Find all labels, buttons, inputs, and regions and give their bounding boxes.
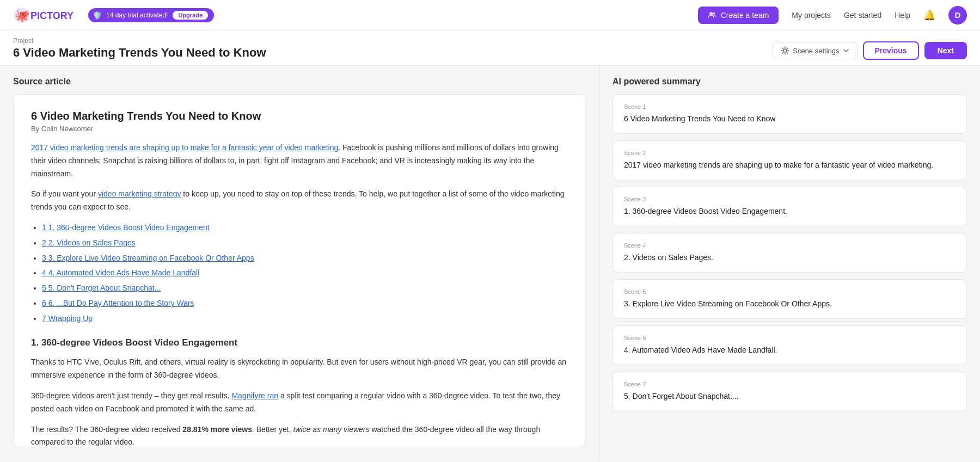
video-strategy-link[interactable]: video marketing strategy	[98, 189, 181, 198]
scene-label-5: Scene 5	[624, 288, 955, 295]
scene-label-4: Scene 4	[624, 242, 955, 249]
article-main-title: 6 Video Marketing Trends You Need to Kno…	[31, 110, 568, 122]
svg-text:🐙: 🐙	[15, 8, 30, 23]
section1-p2-pre: 360-degree videos aren't just trendy – t…	[31, 391, 231, 400]
project-label: Project	[13, 37, 266, 45]
main-content: Source article 6 Video Marketing Trends …	[0, 66, 980, 460]
scene-text-5: 3. Explore Live Video Streaming on Faceb…	[624, 298, 955, 310]
article-card: 6 Video Marketing Trends You Need to Kno…	[13, 94, 586, 447]
toc-item-7[interactable]: 7 Wrapping Up	[42, 314, 93, 323]
scene-card-5[interactable]: Scene 5 3. Explore Live Video Streaming …	[612, 279, 967, 319]
topbar: 🐙 PICTORY 🛡️ 14 day trial activated! Upg…	[0, 0, 980, 30]
article-toc: 1 1. 360-degree Videos Boost Video Engag…	[42, 221, 568, 325]
scene-label-7: Scene 7	[624, 381, 955, 387]
scene-card-6[interactable]: Scene 6 4. Automated Video Ads Have Made…	[612, 325, 967, 365]
left-panel: Source article 6 Video Marketing Trends …	[0, 66, 599, 460]
article-body: 2017 video marketing trends are shaping …	[31, 141, 568, 447]
right-panel: AI powered summary Scene 1 6 Video Marke…	[599, 66, 980, 460]
svg-point-3	[709, 12, 713, 15]
project-title: 6 Video Marketing Trends You Need to Kno…	[13, 46, 266, 60]
magnifyre-link[interactable]: Magnifyre ran	[231, 391, 278, 400]
source-article-title: Source article	[13, 77, 586, 87]
scene-card-7[interactable]: Scene 7 5. Don't Forget About Snapchat..…	[612, 372, 967, 411]
gear-icon	[781, 46, 789, 55]
scene-text-1: 6 Video Marketing Trends You Need to Kno…	[624, 113, 955, 125]
scene-text-2: 2017 video marketing trends are shaping …	[624, 159, 955, 171]
previous-button[interactable]: Previous	[863, 41, 919, 60]
scene-label-3: Scene 3	[624, 196, 955, 202]
section1-p3-mid: . Better yet,	[252, 425, 293, 434]
next-button[interactable]: Next	[924, 42, 967, 59]
pictory-logo[interactable]: 🐙 PICTORY	[13, 5, 84, 25]
scene-label-6: Scene 6	[624, 335, 955, 341]
article-highlight[interactable]: 2017 video marketing trends are shaping …	[31, 143, 340, 152]
section1-heading: 1. 360-degree Videos Boost Video Engagem…	[31, 335, 568, 351]
article-p2-pre: So if you want your	[31, 189, 98, 198]
scene-text-3: 1. 360-degree Videos Boost Video Engagem…	[624, 206, 955, 217]
section1-bold: 28.81% more views	[182, 425, 252, 434]
nav-right: Create a team My projects Get started He…	[698, 6, 967, 24]
scene-settings-label: Scene settings	[793, 47, 839, 55]
upgrade-button[interactable]: Upgrade	[172, 10, 209, 20]
header-actions: Scene settings Previous Next	[773, 41, 967, 60]
section1-p2: 360-degree videos aren't just trendy – t…	[31, 390, 568, 416]
shield-icon: 🛡️	[93, 11, 102, 20]
scene-card-4[interactable]: Scene 4 2. Videos on Sales Pages.	[612, 233, 967, 273]
scene-text-4: 2. Videos on Sales Pages.	[624, 252, 955, 263]
scene-settings-button[interactable]: Scene settings	[773, 42, 857, 59]
scene-label-2: Scene 2	[624, 150, 955, 156]
toc-item-4[interactable]: 4 4. Automated Video Ads Have Made Landf…	[42, 268, 199, 277]
svg-text:PICTORY: PICTORY	[30, 10, 74, 21]
article-paragraph-intro: 2017 video marketing trends are shaping …	[31, 141, 568, 180]
logo-area: 🐙 PICTORY 🛡️ 14 day trial activated! Upg…	[13, 5, 214, 25]
toc-item-2[interactable]: 2 2. Videos on Sales Pages	[42, 238, 136, 247]
scene-card-2[interactable]: Scene 2 2017 video marketing trends are …	[612, 140, 967, 180]
scene-label-1: Scene 1	[624, 103, 955, 110]
toc-item-1[interactable]: 1 1. 360-degree Videos Boost Video Engag…	[42, 223, 210, 232]
scenes-list: Scene 1 6 Video Marketing Trends You Nee…	[612, 94, 967, 411]
svg-point-4	[712, 12, 715, 15]
project-info: Project 6 Video Marketing Trends You Nee…	[13, 37, 266, 60]
section1-p3-pre: The results? The 360-degree video receiv…	[31, 425, 182, 434]
article-paragraph2: So if you want your video marketing stra…	[31, 188, 568, 214]
project-header: Project 6 Video Marketing Trends You Nee…	[0, 30, 980, 66]
section1-italic: twice as many viewers	[293, 425, 369, 434]
avatar[interactable]: D	[948, 6, 967, 24]
scene-card-1[interactable]: Scene 1 6 Video Marketing Trends You Nee…	[612, 94, 967, 134]
section1-p3: The results? The 360-degree video receiv…	[31, 423, 568, 447]
trial-badge: 🛡️ 14 day trial activated! Upgrade	[88, 8, 214, 22]
scene-text-7: 5. Don't Forget About Snapchat....	[624, 391, 955, 402]
svg-point-5	[783, 49, 787, 52]
toc-item-5[interactable]: 5 5. Don't Forget About Snapchat...	[42, 284, 161, 292]
toc-item-6[interactable]: 6 6. ...But Do Pay Attention to the Stor…	[42, 299, 194, 307]
my-projects-link[interactable]: My projects	[792, 11, 831, 20]
scene-card-3[interactable]: Scene 3 1. 360-degree Videos Boost Video…	[612, 187, 967, 226]
trial-label: 14 day trial activated!	[106, 11, 168, 19]
get-started-link[interactable]: Get started	[844, 11, 881, 20]
notification-icon[interactable]: 🔔	[923, 9, 935, 21]
team-icon	[708, 11, 716, 20]
create-team-label: Create a team	[721, 11, 769, 20]
scene-text-6: 4. Automated Video Ads Have Made Landfal…	[624, 344, 955, 356]
create-team-button[interactable]: Create a team	[698, 7, 779, 24]
section1-p1: Thanks to HTC Vive, Oculus Rift, and oth…	[31, 356, 568, 382]
chevron-down-icon	[843, 47, 849, 54]
article-byline: By Colin Newcomer	[31, 125, 568, 133]
help-link[interactable]: Help	[895, 11, 910, 20]
ai-summary-title: AI powered summary	[612, 77, 967, 87]
toc-item-3[interactable]: 3 3. Explore Live Video Streaming on Fac…	[42, 254, 254, 262]
